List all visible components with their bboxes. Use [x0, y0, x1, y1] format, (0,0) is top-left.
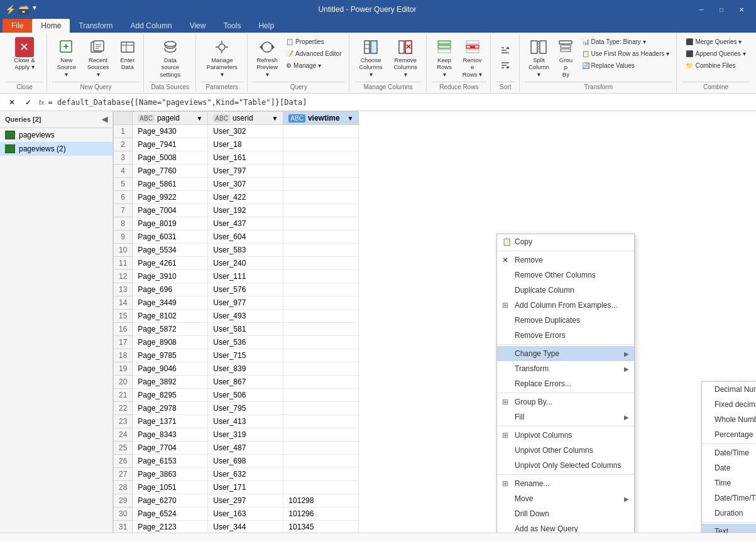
ctx-fill[interactable]: Fill: [497, 409, 634, 425]
recent-sources-button[interactable]: RecentSources ▾: [82, 35, 114, 80]
queries-collapse-button[interactable]: ◀: [102, 115, 107, 124]
formula-confirm-button[interactable]: ✓: [21, 95, 35, 109]
sub-decimal-number[interactable]: Decimal Number: [702, 382, 756, 397]
ctx-change-type[interactable]: Change Type: [497, 346, 634, 361]
append-queries-button[interactable]: ⬛ Append Queries ▾: [682, 48, 748, 59]
ctx-remove-other-columns[interactable]: Remove Other Columns: [497, 268, 634, 283]
enter-data-button[interactable]: EnterData: [115, 35, 140, 73]
userid-cell: User_583: [208, 244, 283, 257]
tab-help[interactable]: Help: [249, 19, 283, 33]
svg-point-12: [219, 44, 225, 50]
sub-percentage[interactable]: Percentage: [702, 427, 756, 442]
data-type-button[interactable]: 📊 Data Type: Binary ▾: [579, 36, 672, 47]
close-apply-button[interactable]: ✕ Close &Apply ▾: [6, 35, 43, 73]
tab-view[interactable]: View: [181, 19, 215, 33]
ctx-unpivot-selected[interactable]: Unpivot Only Selected Columns: [497, 458, 634, 473]
row-num-cell: 30: [114, 507, 133, 521]
sub-fixed-decimal[interactable]: Fixed decimal number: [702, 397, 756, 412]
group-by-button[interactable]: GroupBy: [554, 35, 577, 80]
ctx-transform[interactable]: Transform: [497, 361, 634, 376]
ctx-duplicate-column[interactable]: Duplicate Column: [497, 283, 634, 298]
row-num-cell: 12: [114, 270, 133, 283]
tab-file[interactable]: File: [3, 19, 32, 33]
close-button[interactable]: ✕: [732, 3, 751, 16]
manage-button[interactable]: ⚙ Manage ▾: [283, 60, 344, 71]
col-header-pageid[interactable]: ABC pageid ▼: [133, 112, 208, 125]
pageid-cell: Page_7704: [133, 442, 208, 455]
combine-files-button[interactable]: 📁 Combine Files: [682, 60, 748, 71]
col-header-viewtime[interactable]: ABC viewtime ▼: [283, 112, 359, 125]
maximize-button[interactable]: □: [712, 3, 731, 16]
sub-datetime-timezone[interactable]: Date/Time/Timezone: [702, 491, 756, 506]
tab-home[interactable]: Home: [32, 19, 70, 33]
sub-duration[interactable]: Duration: [702, 506, 756, 521]
userid-cell: User_297: [208, 494, 283, 507]
merge-queries-button[interactable]: ⬛ Merge Queries ▾: [682, 36, 748, 47]
sub-whole-number[interactable]: Whole Number: [702, 412, 756, 427]
remove-rows-button[interactable]: RemoveRows ▾: [458, 35, 486, 80]
sub-date[interactable]: Date: [702, 460, 756, 475]
pageid-cell: Page_5872: [133, 323, 208, 336]
pageid-filter-button[interactable]: ▼: [196, 115, 202, 122]
split-column-button[interactable]: SplitColumn ▾: [525, 35, 553, 80]
remove-columns-label: RemoveColumns ▾: [392, 57, 419, 78]
ctx-group-by[interactable]: ⊞ Group By...: [497, 394, 634, 409]
userid-filter-button[interactable]: ▼: [271, 115, 278, 122]
ctx-remove[interactable]: ✕ Remove: [497, 252, 634, 268]
close-group-items: ✕ Close &Apply ▾: [6, 35, 43, 80]
manage-parameters-button[interactable]: ManageParameters ▾: [200, 35, 244, 80]
row-num-cell: 4: [114, 165, 133, 178]
ctx-copy[interactable]: 📋 Copy: [497, 234, 634, 249]
row-num-cell: 19: [114, 362, 133, 376]
remove-columns-button[interactable]: RemoveColumns ▾: [389, 35, 422, 80]
choose-columns-button[interactable]: ChooseColumns ▾: [354, 35, 388, 80]
viewtime-cell: [283, 165, 359, 178]
ctx-add-column-examples[interactable]: ⊞ Add Column From Examples...: [497, 298, 634, 313]
ctx-replace-errors[interactable]: Replace Errors...: [497, 376, 634, 391]
ctx-move[interactable]: Move: [497, 491, 634, 506]
replace-values-button[interactable]: 🔄 Replace Values: [579, 60, 672, 71]
pageid-cell: Page_696: [133, 283, 208, 296]
minimize-button[interactable]: ─: [692, 3, 711, 16]
data-table: ABC pageid ▼ ABC userid ▼: [113, 111, 359, 533]
row-num-cell: 14: [114, 296, 133, 310]
tab-add-column[interactable]: Add Column: [122, 19, 181, 33]
sub-text[interactable]: Text: [702, 524, 756, 533]
ctx-unpivot-columns[interactable]: ⊞ Unpivot Columns: [497, 428, 634, 443]
ctx-drill-down[interactable]: Drill Down: [497, 506, 634, 521]
main-area: Queries [2] ◀ pageviews pageviews (2) AB…: [0, 111, 756, 533]
first-row-headers-button[interactable]: 📋 Use First Row as Headers ▾: [579, 48, 672, 59]
ctx-add-new-query[interactable]: Add as New Query: [497, 521, 634, 533]
keep-rows-button[interactable]: KeepRows ▾: [432, 35, 457, 80]
pageid-cell: Page_8908: [133, 336, 208, 349]
userid-cell: User_867: [208, 376, 283, 389]
sort-asc-button[interactable]: [497, 43, 513, 57]
advanced-editor-button[interactable]: 📝 Advanced Editor: [283, 48, 344, 59]
userid-cell: User_795: [208, 402, 283, 415]
viewtime-cell: [283, 230, 359, 244]
viewtime-filter-button[interactable]: ▼: [347, 115, 353, 122]
ctx-remove-duplicates[interactable]: Remove Duplicates: [497, 313, 634, 328]
query-item-pageviews-2[interactable]: pageviews (2): [0, 142, 112, 156]
dropdown-arrow[interactable]: ▼: [31, 4, 38, 14]
sub-datetime[interactable]: Date/Time: [702, 445, 756, 460]
col-header-userid[interactable]: ABC userid ▼: [208, 112, 283, 125]
sort-desc-button[interactable]: [497, 58, 513, 72]
formula-cancel-button[interactable]: ✕: [5, 95, 19, 109]
ctx-remove-errors[interactable]: Remove Errors: [497, 328, 634, 343]
table-row: 25 Page_7704 User_487: [114, 442, 359, 455]
data-source-settings-button[interactable]: Data sourcesettings: [148, 35, 192, 80]
sub-sep-1: [702, 443, 756, 444]
ctx-unpivot-other[interactable]: Unpivot Other Columns: [497, 443, 634, 458]
query-item-pageviews[interactable]: pageviews: [0, 128, 112, 142]
tab-tools[interactable]: Tools: [214, 19, 249, 33]
new-source-button[interactable]: NewSource ▾: [52, 35, 81, 80]
properties-button[interactable]: 📋 Properties: [283, 36, 344, 47]
tab-transform[interactable]: Transform: [70, 19, 121, 33]
ctx-rename[interactable]: ⊞ Rename...: [497, 476, 634, 491]
data-grid[interactable]: ABC pageid ▼ ABC userid ▼: [113, 111, 756, 533]
formula-input[interactable]: [48, 98, 751, 107]
refresh-preview-button[interactable]: RefreshPreview ▾: [253, 35, 282, 80]
sub-time[interactable]: Time: [702, 475, 756, 491]
table-row: 14 Page_3449 User_977: [114, 296, 359, 310]
